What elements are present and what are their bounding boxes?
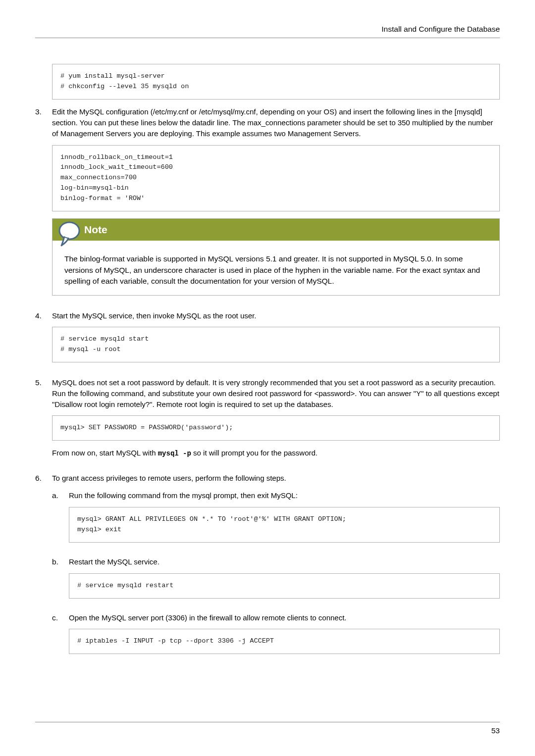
substeps: a. Run the following command from the my… (52, 490, 500, 661)
code-block-start-mysql: # service mysqld start # mysql -u root (52, 327, 500, 362)
substep-letter: b. (52, 556, 69, 605)
header-title: Install and Configure the Database (35, 24, 500, 38)
svg-point-1 (61, 224, 78, 238)
step-3: 3. Edit the MySQL configuration (/etc/my… (35, 106, 500, 302)
step-text: MySQL does not set a root password by de… (52, 377, 500, 409)
substep-text: Open the MySQL server port (3306) in the… (69, 612, 500, 623)
page-header: Install and Configure the Database (35, 24, 500, 38)
code-block-grant: mysql> GRANT ALL PRIVILEGES ON *.* TO 'r… (69, 507, 500, 543)
substep-text: Run the following command from the mysql… (69, 490, 500, 501)
note-callout: Note The binlog-format variable is suppo… (52, 218, 500, 295)
inline-code: mysql -p (158, 450, 191, 457)
step-followup: From now on, start MySQL with mysql -p s… (52, 448, 500, 458)
code-block-mysqld-conf: innodb_rollback_on_timeout=1 innodb_lock… (52, 145, 500, 212)
ordered-steps: 3. Edit the MySQL configuration (/etc/my… (35, 106, 500, 668)
step-6: 6. To grant access privileges to remote … (35, 473, 500, 668)
substep-letter: a. (52, 490, 69, 550)
text-post: so it will prompt you for the password. (191, 449, 318, 457)
code-block-install: # yum install mysql-server # chkconfig -… (52, 64, 500, 100)
step-number: 5. (35, 377, 52, 464)
step-number: 6. (35, 473, 52, 668)
step-number: 4. (35, 310, 52, 370)
step-text: To grant access privileges to remote use… (52, 473, 500, 484)
substep-letter: c. (52, 612, 69, 661)
step-text: Edit the MySQL configuration (/etc/my.cn… (52, 106, 500, 139)
page-content: # yum install mysql-server # chkconfig -… (35, 42, 500, 706)
page-number: 53 (491, 726, 500, 735)
code-block-restart: # service mysqld restart (69, 573, 500, 599)
step-text: Start the MySQL service, then invoke MyS… (52, 310, 500, 321)
code-block-iptables: # iptables -I INPUT -p tcp --dport 3306 … (69, 629, 500, 654)
speech-bubble-icon (57, 220, 81, 248)
substep-text: Restart the MySQL service. (69, 556, 500, 567)
substep-c: c. Open the MySQL server port (3306) in … (52, 612, 500, 661)
substep-a: a. Run the following command from the my… (52, 490, 500, 550)
substep-b: b. Restart the MySQL service. # service … (52, 556, 500, 605)
note-header: Note (53, 219, 499, 241)
page-footer: 53 (35, 722, 500, 736)
step-number: 3. (35, 106, 52, 302)
code-block-set-password: mysql> SET PASSWORD = PASSWORD('password… (52, 415, 500, 441)
step-4: 4. Start the MySQL service, then invoke … (35, 310, 500, 370)
text-pre: From now on, start MySQL with (52, 449, 158, 457)
note-label: Note (84, 222, 107, 237)
step-5: 5. MySQL does not set a root password by… (35, 377, 500, 464)
note-body: The binlog-format variable is supported … (53, 241, 499, 295)
